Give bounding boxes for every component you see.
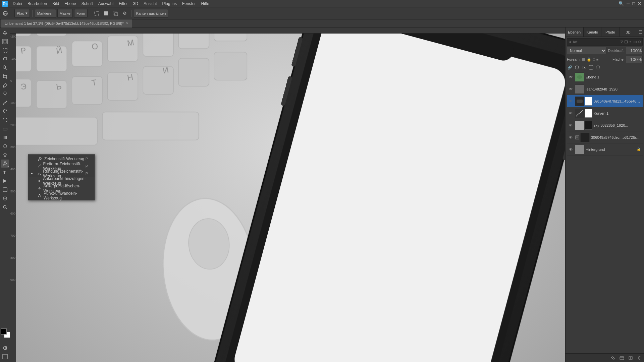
- layer-vis-hintergrund[interactable]: 👁: [568, 147, 574, 152]
- foreground-color[interactable]: [1, 328, 7, 335]
- tool-zoom[interactable]: [1, 203, 9, 211]
- canvas-viewport[interactable]: И К Л Б 〈 Т Ч З Ж # command option: [16, 34, 565, 362]
- panel-delete-btn[interactable]: [636, 355, 643, 361]
- fill-input[interactable]: [626, 56, 643, 63]
- toolbar-combine[interactable]: [111, 9, 119, 17]
- menu-bearbeiten[interactable]: Bearbeiten: [25, 0, 50, 7]
- tab-kanaele[interactable]: Kanäle: [584, 27, 602, 37]
- canvas-area: -200 -100 0 100 200 300 400 500 600 700 …: [10, 27, 565, 362]
- layer-ebene1[interactable]: 👁 Ebene 1: [567, 71, 643, 83]
- svg-rect-121: [576, 136, 578, 138]
- layer-vis-306049[interactable]: 👁: [568, 135, 574, 140]
- tool-type[interactable]: T: [1, 168, 9, 176]
- layer-vis-kurven[interactable]: 👁: [568, 111, 574, 116]
- layer-kurven[interactable]: 👁 Kurven 1: [567, 107, 643, 119]
- toolbar-make-selection[interactable]: [93, 9, 101, 17]
- lock-all-icon[interactable]: ■: [596, 57, 599, 62]
- layer-306049[interactable]: 👁 306049a5746dec...b3172fb3a6c08: [567, 131, 643, 143]
- foream-adj-icon[interactable]: [588, 64, 594, 70]
- foream-fx-icon[interactable]: fx: [581, 64, 587, 70]
- tool-select[interactable]: [1, 46, 9, 54]
- toolbar-fill-pixels[interactable]: [102, 9, 110, 17]
- tab-ebenen[interactable]: Ebenen: [566, 27, 584, 37]
- doc-tab[interactable]: Unbenannt-1 bei 37,1% (09c540e4f70d13ebb…: [1, 19, 132, 27]
- toolbar-maske[interactable]: Maske: [57, 9, 73, 18]
- menu-ebene[interactable]: Ebene: [62, 0, 79, 7]
- toolbar-settings[interactable]: ⚙: [121, 9, 129, 17]
- layer-leaf[interactable]: 👁 leaf-1482948_1920: [567, 83, 643, 95]
- tool-dodge[interactable]: [1, 151, 9, 159]
- lock-artboard-icon[interactable]: □: [593, 57, 595, 62]
- foream-link-icon[interactable]: 🔗: [567, 64, 573, 70]
- layer-sky[interactable]: 👁 sky-3022856_1920...: [567, 119, 643, 131]
- toolbar-form[interactable]: Form: [74, 9, 88, 18]
- tool-shape[interactable]: [1, 186, 9, 194]
- foream-smart-icon[interactable]: [595, 64, 601, 70]
- menu-filter[interactable]: Filter: [116, 0, 130, 7]
- panel-new-group-btn[interactable]: [619, 355, 625, 361]
- menu-plugins[interactable]: Plug-ins: [160, 0, 179, 7]
- tool-eyedropper[interactable]: [1, 81, 9, 89]
- menu-fenster[interactable]: Fenster: [179, 0, 199, 7]
- toolbar-markieren[interactable]: Markieren: [35, 9, 56, 18]
- layer-vis-ebene1[interactable]: 👁: [568, 74, 574, 80]
- close-btn[interactable]: ✕: [638, 1, 641, 6]
- toolbar-kanten[interactable]: Kanten ausrichten: [134, 9, 168, 18]
- tool-quick-mask[interactable]: [1, 344, 9, 352]
- panel-new-layer-btn[interactable]: [627, 355, 634, 361]
- tool-lasso[interactable]: [1, 55, 9, 63]
- menu-auswahl[interactable]: Auswahl: [96, 0, 116, 7]
- menu-ansicht[interactable]: Ansicht: [141, 0, 159, 7]
- layer-hintergrund[interactable]: 👁 Hintergrund 🔒: [567, 143, 643, 156]
- tool-crop[interactable]: [1, 72, 9, 80]
- sep4: [131, 10, 131, 17]
- ctx-convert-point[interactable]: Punkt-umwandeln-Werkzeug: [28, 192, 95, 199]
- menu-datei[interactable]: Datei: [10, 0, 25, 7]
- layer-09c540[interactable]: 👁 09c540e4f70d13...43ce46bd18f3f2: [567, 95, 643, 107]
- ctx-curvature-pen[interactable]: Rundungszeichenstift-Werkzeug P: [28, 170, 95, 177]
- tool-brush[interactable]: [1, 99, 9, 107]
- tool-clone-stamp[interactable]: [1, 107, 9, 115]
- svg-point-110: [575, 66, 579, 69]
- panel-menu-btn[interactable]: ☰: [637, 27, 644, 37]
- layer-search[interactable]: T: [567, 38, 643, 46]
- tool-blur[interactable]: [1, 142, 9, 150]
- tool-gradient[interactable]: [1, 133, 9, 141]
- tab-3d[interactable]: 3D: [620, 27, 638, 37]
- search-icon[interactable]: 🔍: [619, 1, 624, 6]
- menu-bild[interactable]: Bild: [50, 0, 62, 7]
- menu-schrift[interactable]: Schrift: [79, 0, 96, 7]
- tool-history-brush[interactable]: [1, 116, 9, 124]
- tool-eraser[interactable]: [1, 125, 9, 133]
- layer-vis-leaf[interactable]: 👁: [568, 86, 574, 92]
- color-swatches: [0, 328, 10, 342]
- tool-quick-select[interactable]: [1, 64, 9, 72]
- toolbar-home[interactable]: Ps: [1, 9, 9, 17]
- tab-pfade[interactable]: Pfade: [601, 27, 620, 37]
- lock-position-icon[interactable]: 🔒: [587, 57, 591, 62]
- svg-point-25: [3, 205, 6, 208]
- menu-3d[interactable]: 3D: [130, 0, 141, 7]
- tool-path-select[interactable]: [1, 177, 9, 185]
- tool-screen-mode[interactable]: [1, 353, 9, 361]
- doc-tab-close[interactable]: ✕: [126, 21, 128, 25]
- tool-artboard[interactable]: [1, 38, 9, 46]
- tool-spot-heal[interactable]: [1, 90, 9, 98]
- lock-pixels-icon[interactable]: ▦: [582, 57, 585, 62]
- layer-vis-sky[interactable]: 👁: [568, 123, 574, 128]
- layer-vis-09c540[interactable]: 👁: [568, 99, 574, 104]
- svg-rect-40: [37, 34, 67, 36]
- tool-pen[interactable]: [1, 160, 9, 168]
- maximize-btn[interactable]: □: [632, 1, 635, 6]
- layer-mask-09c540: [585, 97, 592, 106]
- toolbar-path-selector[interactable]: Pfad ▾: [14, 9, 30, 18]
- layer-search-input[interactable]: [573, 40, 619, 44]
- panel-link-btn[interactable]: [610, 355, 616, 361]
- tool-move[interactable]: [1, 29, 9, 37]
- menu-hilfe[interactable]: Hilfe: [199, 0, 212, 7]
- opacity-input[interactable]: [626, 47, 643, 54]
- blend-mode-select[interactable]: Normal: [567, 47, 606, 54]
- tool-navigate[interactable]: [1, 194, 9, 202]
- minimize-btn[interactable]: ─: [627, 1, 630, 6]
- foream-mask-icon[interactable]: [574, 64, 580, 70]
